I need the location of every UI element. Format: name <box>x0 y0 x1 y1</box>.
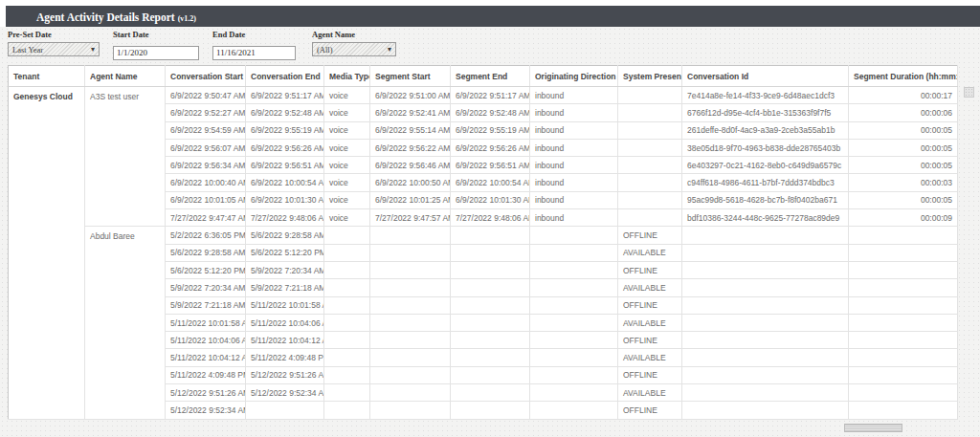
cell-conversation-start: 5/11/2022 10:04:06 AM <box>166 332 246 349</box>
cell-conversation-id <box>682 332 849 349</box>
cell-conversation-start: 7/27/2022 9:47:47 AM <box>166 209 246 227</box>
cell-segment-duration: 00:00:09 <box>849 209 958 227</box>
cell-originating-direction <box>530 227 618 244</box>
cell-segment-duration <box>849 261 958 278</box>
cell-segment-duration <box>849 314 958 331</box>
agent-name-cell: A3S test user <box>85 87 166 227</box>
column-header: Conversation Id <box>682 66 849 87</box>
cell-media-type <box>324 402 370 419</box>
cell-media-type: voice <box>324 191 370 208</box>
cell-conversation-id <box>682 227 849 244</box>
cell-conversation-start: 5/11/2022 4:09:48 PM <box>166 366 246 383</box>
end-date-input[interactable] <box>212 46 296 60</box>
cell-segment-start: 6/9/2022 9:52:41 AM <box>370 104 451 121</box>
cell-media-type: voice <box>324 174 370 191</box>
cell-conversation-id <box>682 261 849 278</box>
column-header: Segment Start <box>370 66 451 87</box>
cell-media-type: voice <box>324 87 370 104</box>
cell-conversation-id <box>682 384 849 402</box>
vertical-scrollbar-thumb[interactable] <box>964 87 974 98</box>
cell-conversation-end: 6/9/2022 9:51:17 AM <box>246 87 324 104</box>
table-row: Genesys CloudA3S test user6/9/2022 9:50:… <box>9 87 958 104</box>
horizontal-scrollbar-thumb[interactable] <box>844 424 902 432</box>
cell-system-presence: AVAILABLE <box>618 384 682 402</box>
cell-system-presence: AVAILABLE <box>618 279 682 296</box>
cell-segment-duration <box>849 244 958 261</box>
cell-media-type: voice <box>324 104 370 121</box>
cell-segment-duration <box>849 296 958 314</box>
cell-conversation-end: 5/11/2022 10:04:06 AM <box>246 314 324 331</box>
cell-conversation-end: 5/9/2022 7:21:18 AM <box>246 279 324 296</box>
header-row: TenantAgent NameConversation StartConver… <box>9 66 958 87</box>
preset-date-select[interactable]: Last Year ▾ <box>8 42 100 56</box>
cell-conversation-end: 5/11/2022 10:04:12 AM <box>246 332 324 349</box>
cell-segment-end <box>451 332 530 349</box>
cell-originating-direction: inbound <box>530 174 618 191</box>
agent-name-filter: Agent Name (All) ▾ <box>312 30 396 56</box>
cell-system-presence: OFFLINE <box>618 296 682 314</box>
cell-conversation-end: 6/9/2022 9:56:51 AM <box>246 157 324 174</box>
cell-system-presence: AVAILABLE <box>618 244 682 261</box>
cell-conversation-end: 7/27/2022 9:48:06 AM <box>246 209 324 227</box>
cell-originating-direction <box>530 244 618 261</box>
cell-segment-start: 6/9/2022 10:01:25 AM <box>370 191 451 208</box>
table-body: Genesys CloudA3S test user6/9/2022 9:50:… <box>9 87 958 420</box>
cell-segment-end <box>451 279 530 296</box>
cell-media-type: voice <box>324 139 370 156</box>
cell-segment-start <box>370 227 451 244</box>
cell-originating-direction <box>530 349 618 366</box>
cell-originating-direction: inbound <box>530 121 618 139</box>
agent-name-select[interactable]: (All) ▾ <box>312 42 396 56</box>
cell-conversation-id: 7e414a8e-fe14-4f33-9ce9-6d48aec1dcf3 <box>682 87 849 104</box>
column-header: Agent Name <box>85 66 166 87</box>
column-header: Tenant <box>9 66 85 87</box>
column-header: Media Type <box>324 66 370 87</box>
preset-date-filter: Pre-Set Date Last Year ▾ <box>8 30 100 56</box>
cell-segment-end <box>451 384 530 402</box>
cell-originating-direction <box>530 279 618 296</box>
cell-segment-duration <box>849 402 958 419</box>
cell-conversation-start: 5/9/2022 7:21:18 AM <box>166 296 246 314</box>
cell-media-type <box>324 349 370 366</box>
start-date-label: Start Date <box>113 30 199 39</box>
report-title-bar: Agent Activity Details Report(v1.2) <box>6 6 980 27</box>
cell-segment-start <box>370 261 451 278</box>
cell-conversation-end: 6/9/2022 9:55:19 AM <box>246 121 324 139</box>
cell-conversation-end: 5/6/2022 5:12:20 PM <box>246 244 324 261</box>
cell-conversation-start: 6/9/2022 9:56:34 AM <box>166 157 246 174</box>
cell-segment-end: 6/9/2022 9:51:17 AM <box>451 87 530 104</box>
cell-media-type <box>324 296 370 314</box>
table-row: Abdul Baree5/2/2022 6:36:05 PM5/6/2022 9… <box>9 227 958 244</box>
cell-conversation-id <box>682 279 849 296</box>
preset-date-label: Pre-Set Date <box>8 30 100 39</box>
cell-originating-direction: inbound <box>530 139 618 156</box>
cell-originating-direction: inbound <box>530 209 618 227</box>
start-date-input[interactable] <box>113 46 199 60</box>
cell-media-type <box>324 227 370 244</box>
cell-originating-direction <box>530 296 618 314</box>
cell-conversation-end: 5/12/2022 9:52:34 AM <box>246 384 324 402</box>
cell-system-presence <box>618 174 682 191</box>
cell-segment-duration <box>849 366 958 383</box>
cell-conversation-end: 5/11/2022 4:09:48 PM <box>246 349 324 366</box>
cell-media-type: voice <box>324 157 370 174</box>
cell-conversation-id: 95ac99d8-5618-4628-bc7b-f8f0402ba671 <box>682 191 849 208</box>
cell-conversation-start: 5/11/2022 10:04:12 AM <box>166 349 246 366</box>
tenant-cell: Genesys Cloud <box>9 87 85 420</box>
column-header: Segment Duration (hh:mm:ss) <box>849 66 958 87</box>
end-date-filter: End Date <box>212 30 296 60</box>
cell-conversation-id: bdf10386-3244-448c-9625-77278ac89de9 <box>682 209 849 227</box>
cell-conversation-start: 5/9/2022 7:20:34 AM <box>166 279 246 296</box>
cell-conversation-id <box>682 314 849 331</box>
cell-originating-direction: inbound <box>530 87 618 104</box>
cell-conversation-end: 6/9/2022 9:56:26 AM <box>246 139 324 156</box>
cell-system-presence <box>618 87 682 104</box>
cell-system-presence: OFFLINE <box>618 261 682 278</box>
column-header: Originating Direction <box>530 66 618 87</box>
cell-originating-direction <box>530 314 618 331</box>
agent-name-value: (All) <box>317 45 333 55</box>
cell-segment-end: 6/9/2022 10:01:30 AM <box>451 191 530 208</box>
cell-segment-duration <box>849 349 958 366</box>
cell-conversation-start: 6/9/2022 9:56:07 AM <box>166 139 246 156</box>
cell-system-presence <box>618 104 682 121</box>
